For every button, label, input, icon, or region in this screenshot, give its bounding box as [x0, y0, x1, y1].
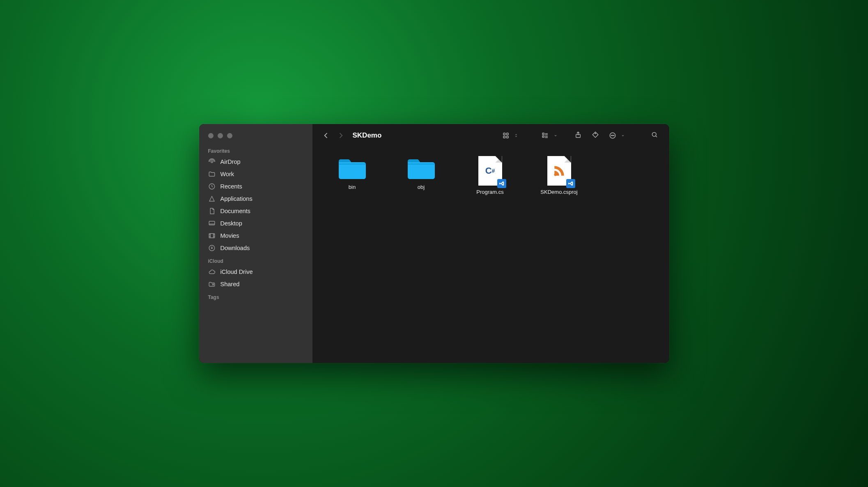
- window-controls: [199, 130, 312, 144]
- svg-rect-6: [503, 133, 505, 135]
- sidebar-item-work[interactable]: Work: [199, 168, 312, 180]
- sidebar-item-label: Movies: [220, 232, 239, 239]
- sidebar-item-desktop[interactable]: Desktop: [199, 217, 312, 230]
- svg-rect-8: [503, 136, 505, 138]
- tags-button[interactable]: [589, 130, 602, 141]
- chevron-updown-icon: [514, 132, 518, 139]
- svg-point-18: [652, 132, 656, 136]
- csproj-file-icon: [547, 156, 571, 186]
- search-icon: [651, 131, 658, 140]
- downloads-icon: [208, 244, 216, 252]
- item-label: bin: [349, 184, 356, 190]
- tag-icon: [592, 131, 599, 140]
- group-icon: [539, 130, 552, 141]
- item-label: SKDemo.csproj: [540, 189, 577, 195]
- airdrop-icon: [208, 158, 216, 165]
- search-button[interactable]: [648, 130, 661, 141]
- file-item-skdemo-csproj[interactable]: SKDemo.csproj: [537, 156, 581, 195]
- movies-icon: [208, 232, 216, 239]
- file-item-program-cs[interactable]: C# Program.cs: [468, 156, 512, 195]
- svg-point-15: [611, 135, 612, 136]
- svg-point-17: [613, 135, 614, 136]
- desktop-icon: [208, 220, 216, 227]
- cloud-icon: [208, 268, 216, 276]
- sidebar-item-label: Shared: [220, 281, 240, 287]
- recents-icon: [208, 183, 216, 190]
- toolbar: SKDemo: [312, 124, 669, 147]
- sidebar-item-label: Downloads: [220, 245, 250, 251]
- sidebar-section-icloud: iCloud: [199, 254, 312, 266]
- more-icon: [606, 130, 619, 141]
- sidebar-item-airdrop[interactable]: AirDrop: [199, 156, 312, 168]
- svg-point-5: [212, 284, 214, 285]
- sidebar-item-label: Applications: [220, 195, 253, 202]
- documents-icon: [208, 207, 216, 215]
- svg-rect-2: [209, 221, 215, 225]
- svg-rect-7: [506, 133, 508, 135]
- sidebar-item-applications[interactable]: Applications: [199, 193, 312, 205]
- sidebar-item-label: Desktop: [220, 220, 242, 227]
- svg-rect-11: [542, 136, 544, 138]
- folder-icon: [208, 170, 216, 178]
- folder-icon: [337, 156, 367, 181]
- share-icon: [574, 131, 582, 140]
- share-button[interactable]: [572, 130, 585, 141]
- chevron-down-icon: [553, 132, 558, 139]
- sidebar-section-favorites: Favorites: [199, 144, 312, 156]
- vscode-badge-icon: [497, 179, 506, 188]
- sidebar-item-movies[interactable]: Movies: [199, 230, 312, 242]
- file-grid: bin obj C# Program.cs: [312, 147, 669, 204]
- sidebar: Favorites AirDrop Work Recents Applicati…: [199, 124, 312, 363]
- content-area: SKDemo: [312, 124, 669, 363]
- sidebar-item-icloud-drive[interactable]: iCloud Drive: [199, 266, 312, 278]
- sidebar-item-label: AirDrop: [220, 159, 241, 165]
- sidebar-item-label: iCloud Drive: [220, 269, 253, 275]
- folder-title: SKDemo: [353, 131, 382, 140]
- finder-window: Favorites AirDrop Work Recents Applicati…: [199, 124, 669, 363]
- chevron-down-icon: [621, 132, 625, 139]
- vscode-badge-icon: [566, 179, 575, 188]
- sidebar-item-label: Work: [220, 171, 234, 177]
- sidebar-section-tags: Tags: [199, 290, 312, 302]
- folder-item-bin[interactable]: bin: [331, 156, 374, 190]
- sidebar-item-documents[interactable]: Documents: [199, 205, 312, 217]
- view-mode-button[interactable]: [499, 130, 518, 141]
- svg-point-19: [554, 173, 557, 176]
- item-label: Program.cs: [476, 189, 503, 195]
- sidebar-item-label: Documents: [220, 208, 250, 214]
- minimize-button[interactable]: [218, 133, 223, 138]
- svg-point-13: [595, 133, 596, 134]
- svg-rect-10: [542, 133, 544, 135]
- back-button[interactable]: [321, 130, 331, 141]
- svg-point-0: [211, 161, 213, 163]
- icon-view-icon: [499, 130, 512, 141]
- sidebar-item-label: Recents: [220, 183, 242, 190]
- item-label: obj: [418, 184, 425, 190]
- svg-point-16: [612, 135, 613, 136]
- sidebar-item-recents[interactable]: Recents: [199, 180, 312, 193]
- shared-icon: [208, 280, 216, 288]
- forward-button[interactable]: [335, 130, 346, 141]
- action-button[interactable]: [606, 130, 625, 141]
- sidebar-item-downloads[interactable]: Downloads: [199, 242, 312, 254]
- svg-rect-9: [506, 136, 508, 138]
- folder-item-obj[interactable]: obj: [400, 156, 443, 190]
- svg-rect-3: [209, 234, 215, 238]
- group-by-button[interactable]: [539, 130, 558, 141]
- csharp-file-icon: C#: [478, 156, 502, 186]
- folder-icon: [406, 156, 436, 181]
- fullscreen-button[interactable]: [227, 133, 232, 138]
- applications-icon: [208, 195, 216, 202]
- close-button[interactable]: [208, 133, 214, 138]
- sidebar-item-shared[interactable]: Shared: [199, 278, 312, 290]
